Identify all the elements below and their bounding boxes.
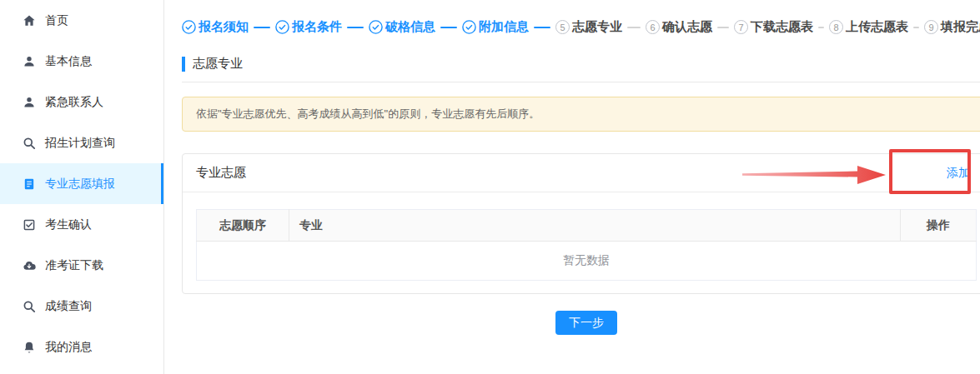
sidebar-item-8[interactable]: 我的消息 bbox=[0, 327, 163, 367]
step-9: 9填报完成 bbox=[924, 19, 980, 35]
step-6: 6确认志愿 bbox=[646, 19, 712, 35]
step-connector bbox=[818, 27, 824, 28]
sidebar-item-3[interactable]: 招生计划查询 bbox=[0, 122, 163, 163]
step-label: 志愿专业 bbox=[572, 19, 622, 35]
step-connector bbox=[440, 27, 457, 28]
step-label: 报名须知 bbox=[199, 19, 249, 35]
divider bbox=[182, 82, 980, 82]
search-icon bbox=[23, 137, 36, 150]
sidebar-item-label: 首页 bbox=[45, 13, 68, 28]
sidebar-item-label: 紧急联系人 bbox=[45, 95, 103, 110]
sidebar-item-0[interactable]: 首页 bbox=[0, 0, 163, 41]
sidebar-item-7[interactable]: 成绩查询 bbox=[0, 286, 163, 327]
step-8: 8上传志愿表 bbox=[829, 19, 908, 35]
step-connector bbox=[913, 27, 919, 28]
step-connector bbox=[717, 27, 729, 28]
app-window: 首页基本信息紧急联系人招生计划查询专业志愿填报考生确认准考证下载成绩查询我的消息… bbox=[0, 0, 980, 374]
step-label: 报名条件 bbox=[292, 19, 342, 35]
card-header: 专业志愿 添加 bbox=[183, 154, 980, 192]
step-number: 5 bbox=[555, 20, 570, 34]
sidebar-item-label: 基本信息 bbox=[45, 54, 92, 69]
step-number: 7 bbox=[734, 20, 748, 34]
table-header-1: 专业 bbox=[289, 210, 901, 242]
sidebar-item-4-active[interactable]: 专业志愿填报 bbox=[0, 163, 163, 204]
check-circle-icon bbox=[275, 20, 289, 34]
step-label: 填报完成 bbox=[941, 19, 980, 35]
home-icon bbox=[23, 14, 36, 27]
step-connector bbox=[254, 27, 270, 28]
table-header-2: 操作 bbox=[901, 210, 977, 242]
check-square-icon bbox=[23, 218, 36, 232]
page-title: 志愿专业 bbox=[182, 56, 980, 72]
title-accent-bar bbox=[182, 57, 185, 72]
sidebar-item-2[interactable]: 紧急联系人 bbox=[0, 82, 163, 122]
cloud-download-icon bbox=[23, 259, 36, 272]
table-header-0: 志愿顺序 bbox=[197, 210, 289, 242]
volunteer-table: 志愿顺序专业操作 暂无数据 bbox=[196, 209, 977, 281]
step-label: 下载志愿表 bbox=[751, 19, 813, 35]
user-icon bbox=[23, 55, 36, 68]
add-button[interactable]: 添加 bbox=[947, 166, 970, 181]
sidebar: 首页基本信息紧急联系人招生计划查询专业志愿填报考生确认准考证下载成绩查询我的消息 bbox=[0, 0, 164, 374]
step-number: 6 bbox=[646, 20, 660, 34]
step-number: 9 bbox=[924, 20, 938, 34]
sidebar-item-label: 考生确认 bbox=[45, 217, 92, 232]
step-connector bbox=[347, 27, 364, 28]
check-circle-icon bbox=[462, 20, 476, 34]
sidebar-item-label: 准考证下载 bbox=[45, 258, 103, 273]
notice-banner: 依据"专业志愿优先、高考成绩从高到低"的原则，专业志愿有先后顺序。 bbox=[182, 97, 980, 132]
card-title: 专业志愿 bbox=[196, 165, 246, 181]
table-header-row: 志愿顺序专业操作 bbox=[197, 210, 977, 242]
next-button-row: 下一步 bbox=[182, 311, 980, 335]
table-empty-row: 暂无数据 bbox=[197, 242, 977, 281]
sidebar-item-label: 专业志愿填报 bbox=[45, 177, 115, 192]
major-volunteer-card: 专业志愿 添加 志愿顺序专业操作 暂无数据 bbox=[182, 153, 980, 294]
sidebar-item-label: 招生计划查询 bbox=[45, 136, 115, 151]
step-connector bbox=[534, 27, 550, 28]
progress-stepper: 报名须知报名条件破格信息附加信息5志愿专业6确认志愿7下载志愿表8上传志愿表9填… bbox=[182, 17, 980, 37]
step-label: 附加信息 bbox=[479, 19, 529, 35]
empty-state-text: 暂无数据 bbox=[197, 242, 977, 281]
check-circle-icon bbox=[369, 20, 383, 34]
step-7: 7下载志愿表 bbox=[734, 19, 813, 35]
sidebar-item-5[interactable]: 考生确认 bbox=[0, 204, 163, 245]
check-circle-icon bbox=[182, 20, 196, 34]
next-step-button[interactable]: 下一步 bbox=[555, 311, 617, 335]
step-5: 5志愿专业 bbox=[555, 19, 622, 35]
document-icon bbox=[23, 177, 36, 191]
step-label: 破格信息 bbox=[385, 19, 435, 35]
step-number: 8 bbox=[829, 20, 843, 34]
step-2: 报名条件 bbox=[275, 19, 342, 35]
step-label: 上传志愿表 bbox=[846, 19, 908, 35]
card-body: 志愿顺序专业操作 暂无数据 bbox=[183, 192, 980, 293]
sidebar-item-1[interactable]: 基本信息 bbox=[0, 41, 163, 82]
step-connector bbox=[627, 27, 641, 28]
step-4: 附加信息 bbox=[462, 19, 529, 35]
sidebar-item-label: 成绩查询 bbox=[45, 299, 92, 314]
step-label: 确认志愿 bbox=[662, 19, 712, 35]
notice-text: 依据"专业志愿优先、高考成绩从高到低"的原则，专业志愿有先后顺序。 bbox=[196, 107, 540, 122]
user-icon bbox=[23, 96, 36, 109]
sidebar-item-6[interactable]: 准考证下载 bbox=[0, 245, 163, 286]
search-icon bbox=[23, 300, 36, 313]
main-content: 报名须知报名条件破格信息附加信息5志愿专业6确认志愿7下载志愿表8上传志愿表9填… bbox=[164, 0, 980, 374]
page-title-text: 志愿专业 bbox=[193, 56, 243, 72]
step-1: 报名须知 bbox=[182, 19, 249, 35]
bell-icon bbox=[23, 341, 36, 354]
sidebar-item-label: 我的消息 bbox=[45, 340, 92, 355]
step-3: 破格信息 bbox=[369, 19, 435, 35]
